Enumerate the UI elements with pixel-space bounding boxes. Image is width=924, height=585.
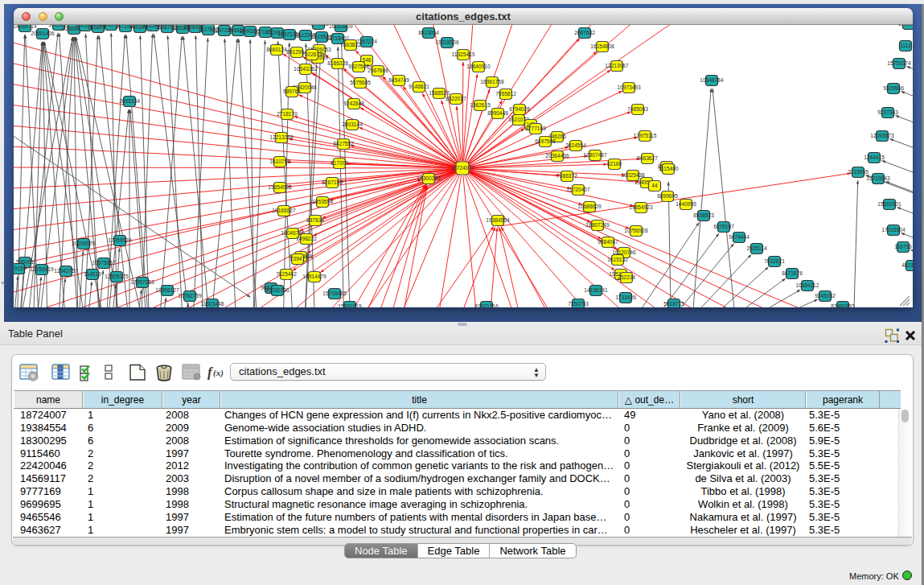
- svg-text:7625402: 7625402: [276, 271, 297, 277]
- svg-text:12942757: 12942757: [54, 268, 78, 274]
- svg-text:1440955: 1440955: [676, 201, 696, 207]
- svg-text:9245052: 9245052: [815, 293, 836, 299]
- svg-text:9463627: 9463627: [637, 155, 658, 161]
- svg-text:7955812: 7955812: [495, 91, 516, 97]
- svg-text:18300295: 18300295: [417, 175, 441, 181]
- svg-text:17359924: 17359924: [108, 237, 132, 243]
- svg-text:10958127: 10958127: [155, 287, 179, 293]
- svg-text:9329966: 9329966: [883, 85, 904, 91]
- svg-text:8660124: 8660124: [266, 47, 287, 52]
- svg-text:1588520: 1588520: [429, 90, 450, 96]
- svg-text:91030736: 91030736: [265, 287, 290, 293]
- svg-text:10973493: 10973493: [617, 84, 641, 90]
- svg-text:8186328: 8186328: [327, 60, 348, 66]
- svg-text:1498222: 1498222: [296, 236, 317, 241]
- svg-text:1733426: 1733426: [615, 295, 636, 300]
- svg-text:2166941: 2166941: [898, 25, 913, 27]
- svg-text:9474444: 9474444: [729, 234, 749, 240]
- svg-text:2967608: 2967608: [368, 68, 388, 73]
- svg-text:18724007: 18724007: [450, 165, 474, 171]
- svg-text:2718170: 2718170: [277, 111, 298, 117]
- svg-text:62160: 62160: [607, 161, 622, 167]
- svg-text:8813054: 8813054: [418, 30, 439, 35]
- svg-text:14136141: 14136141: [584, 287, 608, 293]
- svg-text:6794028: 6794028: [509, 106, 530, 112]
- svg-text:7374122: 7374122: [308, 25, 329, 27]
- svg-text:(x): (x): [213, 368, 224, 378]
- svg-text:16210643: 16210643: [866, 175, 890, 181]
- svg-text:116753: 116753: [894, 244, 912, 249]
- svg-text:20364436: 20364436: [545, 153, 569, 159]
- svg-text:7663822: 7663822: [340, 42, 361, 47]
- svg-text:8938923: 8938923: [693, 212, 714, 218]
- svg-text:114519: 114519: [84, 271, 101, 277]
- svg-text:11923448: 11923448: [201, 301, 224, 307]
- svg-text:81971316: 81971316: [474, 303, 499, 307]
- svg-text:16053809: 16053809: [329, 25, 353, 29]
- svg-text:23947: 23947: [290, 256, 306, 262]
- svg-text:44: 44: [651, 183, 658, 188]
- svg-text:2803144: 2803144: [342, 122, 363, 127]
- svg-text:10756928: 10756928: [624, 228, 648, 233]
- svg-text:16961758: 16961758: [480, 79, 504, 84]
- svg-text:1610755: 1610755: [269, 159, 290, 164]
- svg-text:1353594: 1353594: [312, 199, 333, 204]
- svg-text:6879197: 6879197: [713, 224, 734, 229]
- svg-text:1112: 1112: [900, 43, 911, 48]
- svg-text:10654112: 10654112: [796, 282, 819, 288]
- svg-text:16154808: 16154808: [590, 43, 614, 49]
- svg-text:252234: 252234: [618, 274, 635, 280]
- svg-text:19654985: 19654985: [268, 184, 292, 190]
- svg-text:7632621: 7632621: [764, 258, 785, 264]
- svg-text:989761: 989761: [283, 89, 301, 94]
- svg-text:17957253: 17957253: [130, 279, 154, 285]
- svg-text:39159: 39159: [14, 266, 26, 271]
- svg-text:817006: 817006: [331, 160, 348, 166]
- svg-text:12093873: 12093873: [870, 133, 894, 138]
- svg-text:8427552: 8427552: [333, 141, 354, 146]
- svg-text:10025438: 10025438: [621, 172, 645, 178]
- svg-text:17016504: 17016504: [881, 227, 906, 233]
- svg-text:87490893: 87490893: [831, 303, 855, 307]
- svg-text:6497568: 6497568: [535, 138, 556, 144]
- svg-text:1362615: 1362615: [470, 102, 491, 108]
- svg-text:6899695: 6899695: [657, 193, 678, 199]
- svg-text:4823498: 4823498: [901, 262, 913, 268]
- svg-text:20691406: 20691406: [31, 31, 55, 36]
- svg-text:14055714: 14055714: [14, 25, 37, 29]
- svg-text:18640910: 18640910: [466, 64, 491, 69]
- svg-text:11325419: 11325419: [452, 51, 475, 57]
- svg-text:7485063: 7485063: [627, 106, 648, 112]
- svg-text:9777169: 9777169: [525, 126, 546, 131]
- svg-text:12505175: 12505175: [105, 274, 129, 279]
- svg-text:19218506: 19218506: [435, 39, 459, 45]
- svg-text:15720407: 15720407: [566, 187, 590, 192]
- svg-text:9327508: 9327508: [348, 64, 369, 69]
- svg-text:10543362: 10543362: [294, 66, 318, 72]
- svg-text:1615132: 1615132: [607, 257, 628, 262]
- svg-text:17975115: 17975115: [634, 133, 657, 138]
- svg-text:20206576: 20206576: [72, 241, 96, 246]
- svg-text:19654923: 19654923: [629, 204, 653, 210]
- svg-text:2935114: 2935114: [746, 245, 767, 251]
- svg-text:8990448: 8990448: [487, 110, 508, 116]
- svg-text:7350753: 7350753: [568, 301, 589, 307]
- svg-text:10648784: 10648784: [700, 77, 724, 83]
- svg-text:12213967: 12213967: [605, 63, 629, 68]
- svg-text:10975857: 10975857: [92, 260, 116, 266]
- svg-text:887834: 887834: [306, 217, 324, 223]
- svg-text:15831819: 15831819: [338, 303, 362, 307]
- svg-text:9115460: 9115460: [658, 166, 679, 171]
- svg-text:9242848: 9242848: [343, 101, 364, 106]
- svg-text:3624554: 3624554: [565, 142, 586, 148]
- svg-text:2087682: 2087682: [574, 30, 595, 35]
- svg-text:5575685: 5575685: [350, 80, 371, 85]
- svg-text:18807249: 18807249: [585, 222, 610, 228]
- svg-text:3215955: 3215955: [848, 169, 869, 175]
- svg-text:15716485: 15716485: [322, 290, 347, 296]
- svg-text:8322037: 8322037: [446, 96, 466, 101]
- svg-text:9146821: 9146821: [409, 84, 429, 89]
- svg-text:1244415: 1244415: [864, 154, 885, 160]
- svg-text:10782759: 10782759: [178, 293, 202, 299]
- svg-text:8471676: 8471676: [782, 270, 803, 276]
